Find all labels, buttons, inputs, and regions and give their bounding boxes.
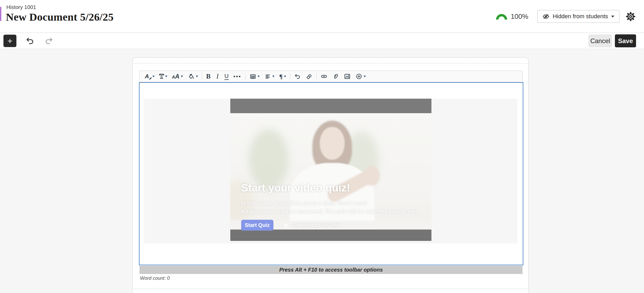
chevron-down-icon bbox=[258, 76, 260, 77]
eraser-icon bbox=[306, 73, 312, 80]
background-color-button[interactable] bbox=[185, 71, 200, 82]
block-drop-separator-bottom bbox=[133, 288, 528, 289]
paperclip-icon bbox=[332, 73, 339, 80]
visibility-label: Hidden from students bbox=[553, 13, 608, 20]
toolbar-separator bbox=[202, 73, 202, 80]
video-quiz-description: In this video, you will be given a Quiz.… bbox=[241, 200, 367, 206]
plus-circle-icon bbox=[355, 73, 362, 80]
download-label: Download Pre-Test bbox=[292, 222, 340, 228]
chevron-down-icon bbox=[181, 76, 183, 77]
chevron-down-icon bbox=[152, 76, 155, 77]
table-icon bbox=[250, 73, 256, 80]
page-title: New Document 5/26/25 bbox=[6, 11, 114, 23]
add-block-button[interactable]: + bbox=[3, 35, 16, 47]
bold-button[interactable]: B bbox=[204, 71, 213, 82]
progress-indicator: 100% bbox=[496, 12, 528, 21]
editor-status-bar: Press Alt + F10 to access toolbar option… bbox=[139, 266, 523, 274]
image-icon bbox=[344, 73, 351, 80]
video-quiz-description: All questions must be answered. The quiz… bbox=[241, 208, 419, 214]
underline-icon: U bbox=[224, 73, 229, 80]
editor-toolbar: A T AA bbox=[139, 71, 523, 82]
attachment-button[interactable] bbox=[330, 71, 341, 82]
font-size-button[interactable]: AA bbox=[170, 71, 185, 82]
chevron-down-icon bbox=[272, 76, 274, 77]
alignment-button[interactable] bbox=[262, 71, 277, 82]
start-quiz-button[interactable]: Start Quiz bbox=[241, 220, 273, 231]
chevron-down-icon bbox=[364, 76, 366, 77]
toolbar-separator bbox=[245, 73, 246, 80]
undo-button[interactable] bbox=[25, 36, 35, 45]
more-formatting-button[interactable]: ••• bbox=[231, 71, 244, 82]
download-icon bbox=[283, 222, 289, 228]
settings-gear-button[interactable] bbox=[625, 11, 636, 22]
accent-bar bbox=[0, 7, 1, 21]
undo-icon bbox=[294, 73, 301, 80]
content-background: A T AA bbox=[0, 49, 644, 293]
undo-icon bbox=[25, 36, 35, 45]
progress-label: 100% bbox=[511, 12, 528, 21]
format-text-icon: T bbox=[159, 73, 164, 80]
visibility-dropdown[interactable]: Hidden from students bbox=[537, 10, 619, 23]
breadcrumb: History 1001 bbox=[6, 4, 36, 10]
table-button[interactable] bbox=[247, 71, 262, 82]
download-pretest-link[interactable]: Download Pre-Test bbox=[283, 222, 340, 228]
cancel-button[interactable]: Cancel bbox=[588, 34, 612, 47]
bold-icon: B bbox=[206, 73, 211, 80]
toolbar-separator bbox=[316, 73, 317, 80]
progress-gauge-icon bbox=[496, 13, 507, 20]
video-player[interactable]: Start your video quiz! In this video, yo… bbox=[230, 99, 431, 241]
video-quiz-embed: Start your video quiz! In this video, yo… bbox=[144, 99, 517, 244]
chevron-down-icon bbox=[284, 76, 286, 77]
align-left-icon bbox=[264, 73, 271, 80]
block-drop-separator-top bbox=[133, 63, 528, 63]
format-text-button[interactable]: T bbox=[157, 71, 170, 82]
paragraph-button[interactable]: ¶ bbox=[277, 71, 289, 82]
editor-undo-button[interactable] bbox=[292, 71, 303, 82]
underline-button[interactable]: U bbox=[222, 71, 231, 82]
save-button[interactable]: Save bbox=[615, 34, 636, 47]
editor-body[interactable]: Start your video quiz! In this video, yo… bbox=[139, 82, 523, 265]
clear-formatting-button[interactable] bbox=[303, 71, 315, 82]
link-icon bbox=[321, 73, 327, 80]
link-button[interactable] bbox=[318, 71, 330, 82]
chevron-down-icon bbox=[165, 76, 167, 77]
paragraph-icon: ¶ bbox=[279, 73, 283, 80]
font-size-icon: AA bbox=[172, 73, 179, 80]
insert-button[interactable] bbox=[353, 71, 368, 82]
redo-icon bbox=[44, 36, 53, 45]
text-color-button[interactable]: A bbox=[142, 71, 157, 82]
background-color-icon bbox=[188, 73, 195, 80]
page-header: History 1001 New Document 5/26/25 100% H… bbox=[0, 0, 644, 33]
image-button[interactable] bbox=[341, 71, 353, 82]
document-card: A T AA bbox=[132, 57, 529, 293]
more-icon: ••• bbox=[233, 75, 241, 78]
gear-icon bbox=[625, 11, 636, 22]
eye-off-icon bbox=[542, 13, 550, 20]
text-color-icon: A bbox=[145, 73, 151, 80]
toolbar-separator bbox=[290, 73, 290, 80]
redo-button[interactable] bbox=[44, 36, 53, 45]
video-quiz-title: Start your video quiz! bbox=[241, 182, 350, 194]
chevron-down-icon bbox=[196, 76, 198, 77]
italic-button[interactable]: I bbox=[213, 71, 222, 82]
chevron-down-icon bbox=[611, 16, 614, 17]
italic-icon: I bbox=[215, 73, 219, 80]
word-count: Word count: 0 bbox=[140, 276, 170, 281]
action-bar: + Cancel Save bbox=[0, 33, 644, 49]
